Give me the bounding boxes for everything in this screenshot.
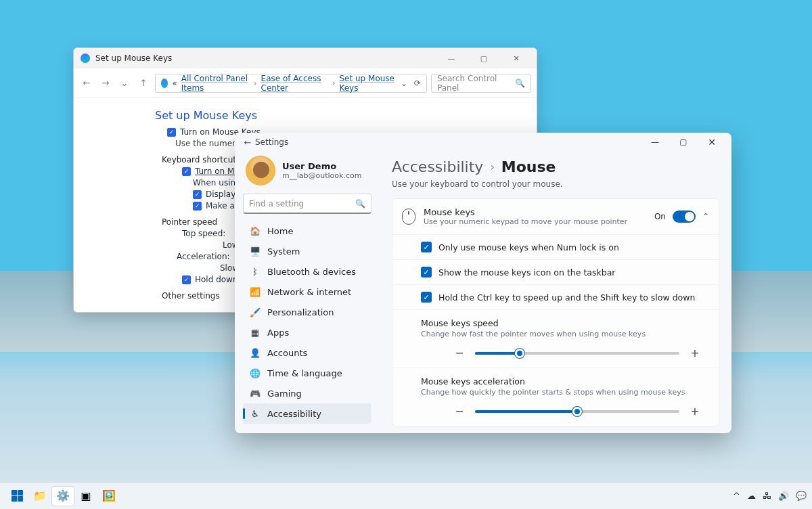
accel-slider[interactable]: − +	[421, 405, 709, 418]
settings-content: Accessibility › Mouse Use your keyboard …	[380, 152, 731, 433]
mouse-keys-desc: Use your numeric keypad to move your mou…	[424, 217, 627, 226]
onedrive-icon[interactable]: ☁	[747, 491, 756, 501]
start-button[interactable]	[5, 486, 28, 506]
bc-2[interactable]: Ease of Access Center	[261, 74, 328, 93]
minus-icon[interactable]: −	[453, 347, 466, 359]
speed-row: Mouse keys speed Change how fast the poi…	[392, 309, 719, 368]
settings-sidebar: User Demo m__lab@outlook.com Find a sett…	[235, 152, 380, 433]
notifications-icon[interactable]: 💬	[796, 491, 807, 501]
nav-icon: ♿	[250, 408, 261, 419]
nav-recent-icon[interactable]: ⌄	[117, 76, 132, 91]
checkbox-icon[interactable]: ✓	[421, 242, 432, 252]
slider-track[interactable]	[475, 352, 679, 355]
nav-back-icon[interactable]: ←	[79, 76, 94, 91]
search-placeholder: Find a setting	[249, 199, 304, 208]
settings-taskbar-icon[interactable]: ⚙️	[51, 486, 74, 506]
nav-icon: 🎮	[250, 388, 261, 399]
slider-track[interactable]	[475, 410, 679, 413]
cp-address-icon	[161, 79, 168, 88]
mouse-keys-toggle[interactable]	[673, 211, 696, 223]
chevron-up-icon[interactable]: ⌃	[702, 212, 709, 221]
accel-desc: Change how quickly the pointer starts & …	[421, 388, 709, 397]
speed-slider[interactable]: − +	[421, 347, 709, 359]
nav-icon: 📶	[250, 286, 261, 297]
avatar	[246, 156, 275, 185]
cp-address-bar[interactable]: « All Control Panel Items › Ease of Acce…	[155, 74, 427, 93]
nav-icon: 🌐	[250, 368, 261, 378]
maximize-button[interactable]: ▢	[470, 50, 497, 66]
checkbox-icon[interactable]: ✓	[182, 275, 191, 284]
speed-desc: Change how fast the pointer moves when u…	[421, 330, 709, 338]
settings-title: Settings	[255, 137, 288, 147]
opt-numlock[interactable]: ✓Only use mouse keys when Num lock is on	[392, 234, 719, 259]
nav-icon: 🖌️	[250, 307, 261, 317]
settings-search-input[interactable]: Find a setting 🔍	[243, 194, 371, 214]
close-button[interactable]: ✕	[698, 133, 726, 152]
sidebar-item-bluetooth-devices[interactable]: ᛒBluetooth & devices	[243, 261, 371, 282]
bc-3[interactable]: Set up Mouse Keys	[339, 74, 396, 93]
sidebar-item-system[interactable]: 🖥️System	[243, 241, 371, 261]
minimize-button[interactable]: —	[641, 133, 669, 152]
plus-icon[interactable]: +	[689, 347, 701, 359]
chevron-right-icon: ›	[332, 79, 336, 88]
volume-icon[interactable]: 🔊	[778, 491, 789, 501]
breadcrumb-current: Mouse	[501, 158, 556, 175]
tray-chevron-icon[interactable]: ^	[733, 491, 740, 501]
app-icon[interactable]: 🖼️	[97, 486, 120, 506]
settings-window: ← Settings — ▢ ✕ User Demo m__lab@outloo…	[235, 133, 731, 433]
sidebar-item-apps[interactable]: ▦Apps	[243, 322, 371, 342]
cp-navbar: ← → ⌄ ↑ « All Control Panel Items › Ease…	[74, 68, 537, 98]
nav-icon: 🏠	[250, 225, 261, 236]
user-email: m__lab@outlook.com	[282, 171, 361, 180]
checkbox-icon[interactable]: ✓	[182, 167, 191, 176]
plus-icon[interactable]: +	[689, 405, 701, 418]
user-name: User Demo	[282, 161, 361, 171]
opt-ctrl-shift[interactable]: ✓Hold the Ctrl key to speed up and the S…	[392, 284, 719, 309]
cp-heading: Set up Mouse Keys	[155, 109, 537, 122]
nav-icon: ᛒ	[250, 266, 261, 277]
close-button[interactable]: ✕	[503, 50, 530, 66]
bc-root: «	[172, 79, 177, 88]
maximize-button[interactable]: ▢	[669, 133, 698, 152]
sidebar-item-gaming[interactable]: 🎮Gaming	[243, 383, 371, 403]
system-tray: ^ ☁ 🖧 🔊 💬	[733, 491, 807, 501]
accel-title: Mouse keys acceleration	[421, 376, 709, 386]
sidebar-item-accessibility[interactable]: ♿Accessibility	[243, 403, 371, 424]
opt-taskbar-icon[interactable]: ✓Show the mouse keys icon on the taskbar	[392, 259, 719, 284]
checkbox-icon[interactable]: ✓	[193, 190, 202, 199]
cp-titlebar: Set up Mouse Keys — ▢ ✕	[74, 48, 537, 68]
breadcrumb-parent[interactable]: Accessibility	[392, 158, 483, 175]
bc-1[interactable]: All Control Panel Items	[181, 74, 250, 93]
search-icon: 🔍	[355, 199, 365, 208]
sidebar-item-home[interactable]: 🏠Home	[243, 221, 371, 241]
chevron-right-icon: ›	[254, 79, 257, 88]
refresh-icon[interactable]: ⟳	[414, 79, 421, 88]
sidebar-item-network-internet[interactable]: 📶Network & internet	[243, 282, 371, 302]
minus-icon[interactable]: −	[453, 405, 466, 418]
checkbox-icon[interactable]: ✓	[421, 292, 432, 303]
checkbox-icon[interactable]: ✓	[193, 202, 202, 211]
profile-block[interactable]: User Demo m__lab@outlook.com	[243, 152, 371, 194]
sidebar-item-accounts[interactable]: 👤Accounts	[243, 342, 371, 363]
checkbox-icon[interactable]: ✓	[167, 128, 176, 137]
cp-search-box[interactable]: Search Control Panel 🔍	[431, 74, 531, 93]
nav-icon: 👤	[250, 347, 261, 358]
checkbox-icon[interactable]: ✓	[421, 267, 432, 278]
taskbar: 📁 ⚙️ ▣ 🖼️ ^ ☁ 🖧 🔊 💬	[0, 482, 812, 509]
terminal-icon[interactable]: ▣	[74, 486, 97, 506]
nav-forward-icon[interactable]: →	[98, 76, 113, 91]
cp-app-icon	[81, 53, 90, 63]
sidebar-item-personalization[interactable]: 🖌️Personalization	[243, 302, 371, 322]
back-button[interactable]: ←	[240, 135, 255, 150]
minimize-button[interactable]: —	[438, 50, 465, 66]
mouse-icon	[402, 208, 415, 225]
chevron-right-icon: ›	[490, 160, 494, 173]
network-icon[interactable]: 🖧	[763, 491, 771, 501]
nav-up-icon[interactable]: ↑	[136, 76, 151, 91]
mouse-keys-header[interactable]: Mouse keys Use your numeric keypad to mo…	[392, 199, 719, 234]
mouse-keys-state: On	[654, 212, 666, 221]
file-explorer-icon[interactable]: 📁	[28, 486, 51, 506]
sidebar-item-time-language[interactable]: 🌐Time & language	[243, 363, 371, 383]
dropdown-icon[interactable]: ⌄	[401, 79, 407, 88]
page-description: Use your keyboard to control your mouse.	[392, 179, 719, 189]
